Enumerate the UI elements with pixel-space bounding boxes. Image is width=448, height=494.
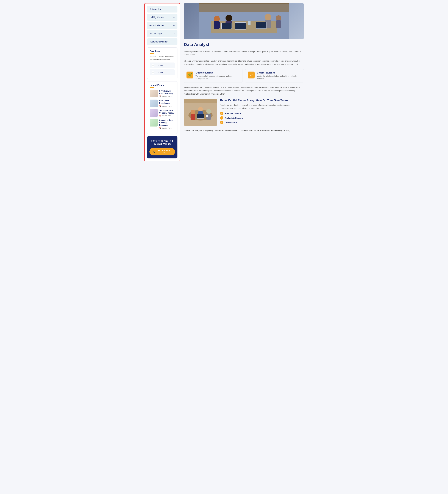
- nav-item-label: Risk Manager: [149, 32, 162, 35]
- feature-cards: 🌿 Extend Coverage We successfully copey …: [184, 69, 304, 83]
- post-title: Content Is King: Creating Engagin...: [159, 119, 175, 126]
- svg-point-2: [225, 15, 232, 21]
- post-info: 5 Productivity Hacks For Busy... 📅 Jun 1…: [159, 90, 175, 98]
- post-date: 📅 Jun 14, 2024: [159, 96, 175, 98]
- post-info: Content Is King: Creating Engagin... 📅 J…: [159, 119, 175, 129]
- calendar-icon: 📅: [159, 115, 161, 117]
- svg-point-6: [265, 14, 271, 21]
- contact-title: If You Need Any Help Contact With Us: [149, 139, 175, 146]
- calendar-icon: 📅: [159, 105, 161, 107]
- brochure-title: Brochure: [149, 50, 175, 53]
- feature-icon-wrap: 🛡: [248, 72, 255, 78]
- feature-card-1: 🌿 Extend Coverage We successfully copey …: [184, 69, 243, 83]
- capital-desc: Accelerate your business growth and secu…: [220, 104, 304, 110]
- capital-list-item-1: → Business Growth: [220, 112, 304, 115]
- svg-point-25: [206, 109, 211, 114]
- feature-icon-wrap: 🌿: [187, 72, 193, 78]
- contact-phone-label: +91 705 2101 786: [156, 149, 172, 154]
- feature-icon: 🌿: [188, 73, 192, 77]
- svg-rect-22: [191, 114, 195, 120]
- nav-item-label: Growth Planner: [149, 24, 164, 27]
- svg-rect-5: [214, 21, 220, 29]
- nav-item-label: Liability Planner: [149, 16, 164, 19]
- svg-rect-15: [256, 22, 266, 28]
- footer-text: Finanappreciate your trust greatly Our c…: [184, 129, 304, 132]
- capital-section: Raise Capital Faster & Negotiate On Your…: [184, 99, 304, 126]
- svg-rect-17: [199, 3, 289, 12]
- post-thumbnail: [149, 119, 158, 126]
- sidebar-item-risk-manager[interactable]: Risk Manager→: [147, 30, 177, 37]
- middle-text: Although we offer the one-stop convenien…: [184, 86, 304, 96]
- post-item-3[interactable]: The Importance Of Social Media... 📅 Jun …: [149, 109, 175, 117]
- sidebar-item-retirement-planner[interactable]: Retirement Planner→: [147, 38, 177, 45]
- post-title: Data-Driven Decisions:...: [159, 99, 175, 105]
- bullet-arrow-icon: →: [220, 116, 224, 120]
- svg-rect-29: [206, 115, 208, 117]
- phone-icon: 📞: [153, 151, 155, 153]
- feature-text: Modern Insurance Master the art of negot…: [257, 72, 301, 80]
- capital-list-label: Analysis & Research: [224, 117, 244, 119]
- feature-title: Extend Coverage: [196, 72, 240, 74]
- posts-list: 5 Productivity Hacks For Busy... 📅 Jun 1…: [149, 90, 175, 129]
- nav-arrow-icon: →: [173, 16, 175, 19]
- svg-rect-18: [199, 3, 289, 4]
- post-item-2[interactable]: Data-Driven Decisions:... 📅 Jun 14, 2024: [149, 99, 175, 107]
- contact-phone-button[interactable]: 📞 +91 705 2101 786: [149, 148, 175, 155]
- post-date: 📅 Jun 14, 2024: [159, 105, 175, 107]
- svg-point-21: [191, 110, 195, 115]
- calendar-icon: 📅: [159, 127, 161, 129]
- brochure-box: Brochure when an unknown printer took ga…: [147, 48, 177, 79]
- page-title: Data Analyst: [184, 42, 304, 47]
- feature-desc: Master the art of negotiation and achiev…: [257, 75, 301, 80]
- svg-rect-9: [276, 20, 281, 28]
- nav-arrow-icon: →: [173, 24, 175, 27]
- sidebar-nav: Data Analyst→Liability Planner→Growth Pl…: [147, 6, 177, 45]
- post-thumbnail: [149, 109, 158, 117]
- post-date-text: Jun 14, 2024: [162, 96, 172, 97]
- hero-image: [184, 3, 304, 39]
- doc-items: 📄document📄document: [149, 62, 175, 75]
- post-item-4[interactable]: Content Is King: Creating Engagin... 📅 J…: [149, 119, 175, 129]
- svg-point-23: [198, 107, 203, 111]
- sidebar-item-data-analyst[interactable]: Data Analyst→: [147, 6, 177, 12]
- pdf-icon: 📄: [151, 64, 155, 67]
- bullet-arrow-icon: →: [220, 121, 224, 124]
- svg-rect-28: [197, 114, 204, 118]
- body-text: when an unknown printer took a galley of…: [184, 59, 304, 66]
- nav-arrow-icon: →: [173, 40, 175, 43]
- latest-posts-box: Latest Posts 5 Productivity Hacks For Bu…: [147, 81, 177, 134]
- svg-rect-13: [235, 23, 246, 29]
- sidebar-item-liability-planner[interactable]: Liability Planner→: [147, 14, 177, 21]
- pdf-icon: 📄: [151, 71, 155, 74]
- latest-posts-underline: [149, 87, 154, 88]
- feature-desc: We successfully copey withtks arying mpl…: [196, 75, 240, 80]
- feature-icon: 🛡: [249, 73, 253, 77]
- sidebar-item-growth-planner[interactable]: Growth Planner→: [147, 22, 177, 29]
- brochure-desc: when an unknown printer took ga lley off…: [149, 55, 175, 61]
- doc-item-1[interactable]: 📄document: [149, 62, 175, 68]
- svg-point-8: [276, 15, 281, 21]
- sidebar: Data Analyst→Liability Planner→Growth Pl…: [144, 3, 180, 161]
- brochure-underline: [149, 53, 154, 54]
- post-info: Data-Driven Decisions:... 📅 Jun 14, 2024: [159, 99, 175, 107]
- post-date-text: Jun 14, 2024: [162, 105, 172, 107]
- nav-arrow-icon: →: [173, 8, 175, 11]
- bullet-arrow-icon: →: [220, 112, 224, 115]
- post-date: 📅 Jun 14, 2024: [159, 127, 175, 129]
- post-title: The Importance Of Social Media...: [159, 109, 175, 114]
- feature-text: Extend Coverage We successfully copey wi…: [196, 72, 240, 80]
- post-thumbnail: [149, 90, 158, 97]
- contact-box: If You Need Any Help Contact With Us 📞 +…: [147, 136, 177, 159]
- svg-rect-16: [249, 21, 250, 25]
- post-date-text: Jun 14, 2024: [162, 115, 172, 117]
- capital-list-label: Business Growth: [224, 112, 241, 115]
- feature-title: Modern Insurance: [257, 72, 301, 74]
- post-item-1[interactable]: 5 Productivity Hacks For Busy... 📅 Jun 1…: [149, 90, 175, 98]
- nav-item-label: Data Analyst: [149, 8, 161, 10]
- doc-item-2[interactable]: 📄document: [149, 69, 175, 75]
- svg-rect-30: [184, 99, 217, 103]
- svg-point-4: [214, 16, 220, 22]
- calendar-icon: 📅: [159, 96, 161, 98]
- post-info: The Importance Of Social Media... 📅 Jun …: [159, 109, 175, 117]
- capital-image: [184, 99, 217, 126]
